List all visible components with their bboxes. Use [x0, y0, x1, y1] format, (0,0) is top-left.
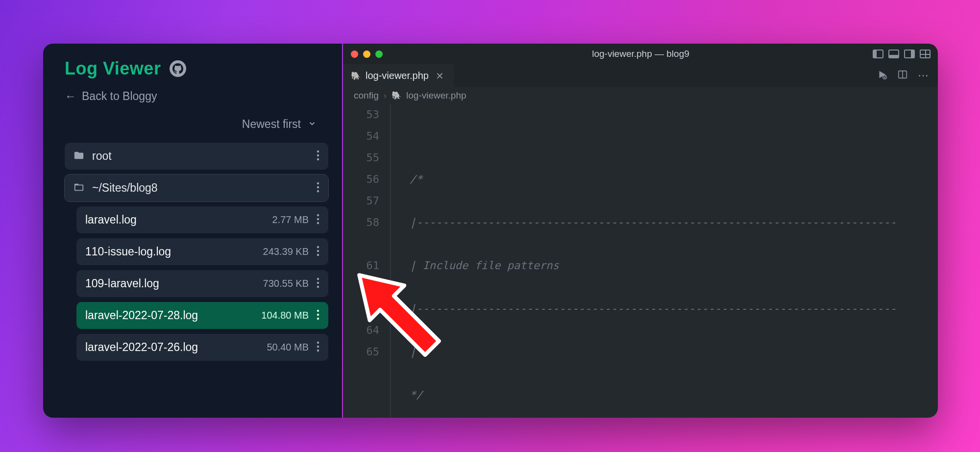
breadcrumb[interactable]: config › 🐘 log-viewer.php	[343, 87, 938, 104]
svg-point-19	[317, 345, 319, 347]
svg-point-1	[317, 154, 319, 156]
folder-icon	[74, 150, 84, 163]
file-row-selected[interactable]: laravel-2022-07-28.log 104.80 MB	[76, 302, 328, 329]
svg-point-13	[317, 281, 319, 283]
file-size: 50.40 MB	[267, 342, 309, 353]
sort-label: Newest first	[242, 118, 301, 131]
line-number-gutter: 53 54 55 56 57 58 61 62 63 64 65	[343, 104, 390, 418]
layout-sidebar-right-icon[interactable]	[904, 50, 915, 58]
more-vertical-icon[interactable]	[317, 246, 319, 258]
svg-point-7	[317, 218, 319, 220]
vscode-titlebar: log-viewer.php — blog9	[343, 44, 938, 64]
more-vertical-icon[interactable]	[317, 341, 319, 354]
file-row[interactable]: 109-laravel.log 730.55 KB	[76, 270, 328, 297]
logviewer-panel: Log Viewer ← Back to Bloggy Newest first…	[43, 44, 342, 418]
file-list: laravel.log 2.77 MB 110-issue-log.log 24…	[76, 206, 328, 361]
more-vertical-icon[interactable]	[317, 277, 319, 290]
file-name: 109-laravel.log	[85, 277, 159, 290]
svg-point-8	[317, 222, 319, 224]
folder-row-root[interactable]: root	[65, 143, 328, 170]
close-icon[interactable]: ✕	[434, 70, 446, 82]
back-link-label: Back to Bloggy	[82, 90, 157, 103]
layout-sidebar-left-icon[interactable]	[873, 50, 883, 58]
svg-point-3	[317, 182, 319, 184]
file-row[interactable]: laravel-2022-07-26.log 50.40 MB	[76, 334, 328, 361]
svg-point-14	[317, 285, 319, 287]
arrow-left-icon: ←	[65, 90, 76, 103]
svg-point-15	[317, 309, 319, 311]
svg-point-11	[317, 253, 319, 255]
vscode-window: log-viewer.php — blog9 🐘 log-viewer.php …	[343, 44, 938, 418]
file-name: laravel.log	[85, 213, 137, 226]
file-row[interactable]: laravel.log 2.77 MB	[76, 206, 328, 233]
file-size: 2.77 MB	[272, 214, 309, 226]
more-horizontal-icon[interactable]: ⋯	[918, 69, 930, 82]
svg-point-17	[317, 317, 319, 319]
file-size: 104.80 MB	[261, 310, 309, 321]
file-name: laravel-2022-07-28.log	[85, 309, 198, 322]
file-name: laravel-2022-07-26.log	[85, 341, 198, 354]
svg-point-4	[317, 186, 319, 188]
code-content: /* |------------------------------------…	[391, 104, 938, 418]
github-icon[interactable]	[170, 60, 186, 77]
folder-label: root	[92, 150, 112, 163]
svg-point-20	[317, 349, 319, 351]
code-editor[interactable]: 53 54 55 56 57 58 61 62 63 64 65 /* |---…	[343, 104, 938, 418]
php-file-icon: 🐘	[392, 91, 401, 100]
svg-point-5	[317, 190, 319, 192]
editor-tab[interactable]: 🐘 log-viewer.php ✕	[343, 64, 454, 87]
logviewer-header: Log Viewer	[65, 58, 328, 79]
file-size: 730.55 KB	[263, 278, 309, 289]
chevron-down-icon	[308, 118, 317, 131]
app-title: Log Viewer	[65, 58, 161, 79]
svg-point-18	[317, 341, 319, 343]
back-link[interactable]: ← Back to Bloggy	[65, 90, 328, 103]
svg-point-9	[317, 246, 319, 248]
file-row[interactable]: 110-issue-log.log 243.39 KB	[76, 238, 328, 265]
breadcrumb-folder: config	[354, 90, 379, 101]
file-size: 243.39 KB	[263, 246, 309, 257]
editor-tabbar: 🐘 log-viewer.php ✕ ⋯	[343, 64, 938, 87]
layout-panel-bottom-icon[interactable]	[888, 50, 899, 58]
tab-label: log-viewer.php	[366, 70, 429, 81]
svg-point-16	[317, 313, 319, 315]
file-name: 110-issue-log.log	[85, 245, 171, 258]
svg-point-12	[317, 277, 319, 279]
more-vertical-icon[interactable]	[317, 150, 319, 163]
sort-dropdown[interactable]: Newest first	[65, 118, 328, 131]
app-window: Log Viewer ← Back to Bloggy Newest first…	[43, 44, 938, 418]
folder-open-icon	[74, 182, 84, 195]
chevron-right-icon: ›	[384, 90, 387, 101]
more-vertical-icon[interactable]	[317, 182, 319, 195]
svg-point-0	[317, 150, 319, 152]
folder-label: ~/Sites/blog8	[92, 181, 158, 195]
svg-point-10	[317, 250, 319, 251]
run-icon[interactable]	[877, 69, 887, 82]
layout-customize-icon[interactable]	[920, 50, 931, 58]
svg-point-2	[317, 158, 319, 160]
more-vertical-icon[interactable]	[317, 309, 319, 322]
split-editor-icon[interactable]	[897, 69, 908, 82]
svg-point-6	[317, 214, 319, 216]
window-title: log-viewer.php — blog9	[343, 49, 938, 59]
folder-row-sites-blog8[interactable]: ~/Sites/blog8	[65, 175, 328, 201]
more-vertical-icon[interactable]	[317, 214, 319, 226]
php-file-icon: 🐘	[351, 71, 361, 80]
breadcrumb-file: log-viewer.php	[406, 90, 466, 101]
